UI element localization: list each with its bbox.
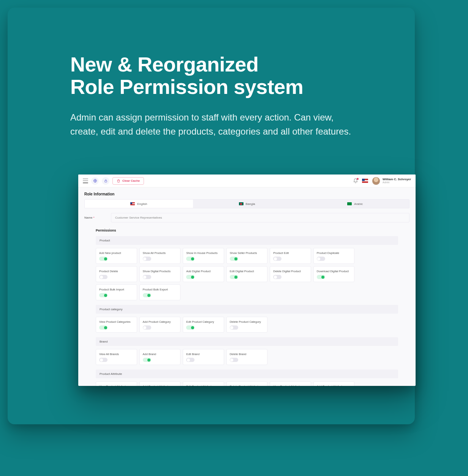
- flag-bd-icon: [239, 202, 243, 205]
- tab-arabic[interactable]: Arabic: [301, 200, 409, 208]
- permission-group-grid: View All BrandsAdd BrandEdit BrandDelete…: [96, 346, 398, 366]
- permission-cell: Edit Product Attribute: [183, 381, 224, 386]
- permission-cell: Product Edit: [270, 248, 311, 264]
- permission-group-header: Brand: [96, 337, 398, 346]
- avatar: [372, 177, 380, 185]
- permission-label: View Product Attributes: [99, 385, 134, 386]
- permission-cell: Show In House Products: [183, 248, 224, 264]
- permission-label: Delete Product Category: [230, 320, 264, 324]
- trash-icon: [117, 179, 120, 183]
- permission-label: Product Bulk Import: [99, 288, 134, 291]
- permission-toggle[interactable]: [230, 325, 238, 330]
- menu-icon[interactable]: [83, 179, 88, 183]
- permission-label: Show Digital Products: [143, 270, 177, 273]
- permission-cell: Delete Brand: [226, 349, 268, 365]
- permission-cell: Show Digital Products: [139, 266, 181, 282]
- permission-toggle[interactable]: [143, 325, 151, 330]
- role-name-input[interactable]: Customer Service Representatives: [111, 213, 410, 222]
- permission-label: Product Duplicate: [317, 251, 351, 255]
- permission-cell: View All Brands: [96, 349, 137, 365]
- clear-cache-label: Clear Cache: [122, 179, 140, 182]
- permission-toggle[interactable]: [99, 257, 108, 261]
- permission-cell: Edit Product Category: [183, 317, 224, 333]
- permission-toggle[interactable]: [143, 275, 151, 279]
- permission-label: Delete Digital Product: [273, 270, 308, 273]
- permission-label: Add Product Attribute Values: [317, 385, 351, 386]
- svg-rect-1: [104, 181, 107, 182]
- permission-cell: Add Brand: [139, 349, 181, 365]
- permission-label: View Product Categories: [99, 320, 134, 324]
- permission-label: Edit Product Category: [186, 320, 221, 324]
- permission-cell: Show All Products: [139, 248, 181, 264]
- language-flag-icon[interactable]: [362, 179, 368, 183]
- permission-cell: Add Digital Product: [183, 266, 224, 282]
- permission-cell-empty: [357, 248, 398, 264]
- flag-sa-icon: [347, 202, 352, 205]
- permission-cell: Product Bulk Import: [96, 284, 137, 300]
- permission-toggle[interactable]: [143, 257, 151, 261]
- permission-toggle[interactable]: [230, 358, 238, 362]
- hero-title-line2: Role Permission system: [70, 75, 303, 98]
- permission-group-grid: Add New productShow All ProductsShow In …: [96, 245, 398, 301]
- hero-title-line1: New & Reorganized: [70, 53, 259, 76]
- permission-label: Add Product Attribute: [143, 385, 177, 386]
- permission-label: Edit Brand: [186, 352, 221, 356]
- permission-toggle[interactable]: [317, 275, 325, 279]
- topbar: Clear Cache William C. Schroyer Admin: [78, 175, 416, 187]
- permission-cell: View Product Attribute Values: [270, 381, 311, 386]
- user-menu[interactable]: William C. Schroyer Admin: [372, 177, 411, 185]
- permission-toggle[interactable]: [143, 358, 151, 362]
- user-role: Admin: [383, 181, 411, 184]
- permission-toggle[interactable]: [273, 275, 281, 279]
- permission-toggle[interactable]: [186, 325, 194, 330]
- admin-screenshot: Clear Cache William C. Schroyer Admin: [78, 175, 416, 386]
- permission-cell: Download Digital Product: [313, 266, 355, 282]
- permission-toggle[interactable]: [186, 275, 194, 279]
- hero-subtitle: Admin can assign permission to staff wit…: [70, 110, 359, 138]
- permission-toggle[interactable]: [99, 275, 108, 279]
- permission-toggle[interactable]: [99, 358, 108, 362]
- permission-label: Show In House Products: [186, 251, 221, 255]
- permission-toggle[interactable]: [230, 275, 238, 279]
- name-label: Name *: [84, 216, 107, 219]
- permission-toggle[interactable]: [99, 293, 108, 297]
- permission-cell: Product Bulk Export: [139, 284, 181, 300]
- permission-label: View Product Attribute Values: [273, 385, 308, 386]
- permission-cell: Delete Digital Product: [270, 266, 311, 282]
- permission-label: Show All Products: [143, 251, 177, 255]
- permission-cell: Add Product Category: [139, 317, 181, 333]
- tab-arabic-label: Arabic: [354, 202, 363, 206]
- bell-icon[interactable]: [353, 178, 358, 184]
- permission-toggle[interactable]: [186, 358, 194, 362]
- permission-group-header: Product: [96, 236, 398, 245]
- panel-heading: Role Information: [84, 187, 410, 199]
- tab-english[interactable]: English: [85, 200, 193, 208]
- permission-cell: Delete Product Category: [226, 317, 268, 333]
- permission-toggle[interactable]: [230, 257, 238, 261]
- permission-cell: Add Product Attribute: [139, 381, 181, 386]
- hero-title: New & Reorganized Role Permission system: [70, 53, 367, 98]
- tab-bangla[interactable]: Bangla: [193, 200, 301, 208]
- permission-toggle[interactable]: [186, 257, 194, 261]
- permission-label: Product Bulk Export: [143, 288, 177, 291]
- permission-toggle[interactable]: [99, 325, 108, 330]
- promo-card: New & Reorganized Role Permission system…: [8, 8, 415, 424]
- permission-cell: Add New product: [96, 248, 137, 264]
- lock-button[interactable]: [102, 177, 109, 185]
- permission-group-header: Product Attribute: [96, 370, 398, 378]
- permission-cell: Delete Product Attribute: [226, 381, 268, 386]
- clear-cache-button[interactable]: Clear Cache: [112, 177, 144, 185]
- permission-toggle[interactable]: [273, 257, 281, 261]
- name-row: Name * Customer Service Representatives: [84, 208, 410, 226]
- notification-dot: [357, 178, 359, 180]
- permission-toggle[interactable]: [317, 257, 325, 261]
- permission-cell-empty: [357, 266, 398, 282]
- permission-group-grid: View Product CategoriesAdd Product Categ…: [96, 314, 398, 333]
- globe-button[interactable]: [91, 177, 99, 185]
- permission-label: Delete Brand: [230, 352, 264, 356]
- permission-group-grid: View Product AttributesAdd Product Attri…: [96, 378, 398, 386]
- permission-label: View All Brands: [99, 352, 134, 356]
- permissions-heading: Permissions: [96, 226, 398, 236]
- permission-group-header: Product category: [96, 305, 398, 314]
- permission-toggle[interactable]: [143, 293, 151, 297]
